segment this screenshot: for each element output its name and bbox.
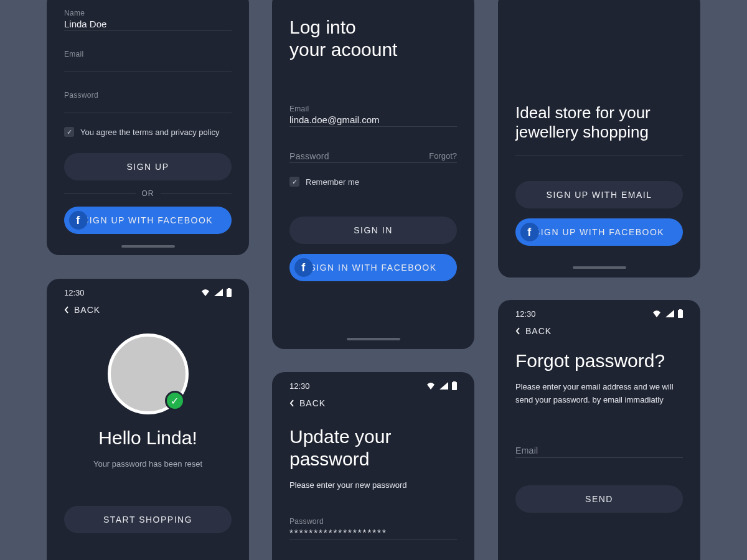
signal-icon (439, 382, 448, 390)
status-time: 12:30 (64, 288, 85, 297)
update-password-card: 12:30 BACK Update your password Please e… (272, 372, 474, 560)
chevron-left-icon (64, 306, 69, 314)
forgot-email-input[interactable]: Email (515, 444, 683, 458)
send-button[interactable]: SEND (515, 485, 683, 513)
login-password-label: Password (289, 151, 329, 161)
update-title: Update your password (289, 426, 457, 470)
forgot-email-field: Email (515, 444, 683, 458)
login-password-input[interactable]: Password Forgot? (289, 149, 457, 163)
login-password-field: Password Forgot? (289, 149, 457, 163)
password-input[interactable] (64, 100, 232, 113)
welcome-card: 12:30 BACK ✓ Hello Linda! Your password … (47, 279, 249, 560)
forgot-link[interactable]: Forgot? (429, 151, 457, 161)
landing-card: Ideal store for your jewellery shopping … (498, 0, 700, 278)
signin-facebook-button[interactable]: f SIGN IN WITH FACEBOOK (289, 254, 457, 281)
remember-checkbox-row[interactable]: ✓ Remember me (289, 177, 457, 187)
update-password-label: Password (289, 517, 457, 526)
facebook-icon: f (294, 258, 313, 277)
email-label: Email (64, 50, 232, 58)
signin-button[interactable]: SIGN IN (289, 217, 457, 244)
signal-icon (214, 289, 223, 296)
status-time: 12:30 (515, 309, 536, 319)
battery-icon (227, 288, 232, 297)
divider (515, 156, 683, 156)
svg-rect-4 (678, 310, 683, 318)
signup-facebook-button[interactable]: f SIGN UP WITH FACEBOOK (64, 207, 232, 234)
back-button[interactable]: BACK (64, 305, 232, 315)
home-indicator (573, 266, 626, 269)
checkbox-icon: ✓ (289, 177, 299, 187)
status-bar: 12:30 (64, 284, 232, 301)
status-time: 12:30 (289, 381, 310, 391)
back-button[interactable]: BACK (289, 398, 457, 408)
battery-icon (678, 309, 683, 318)
email-input[interactable] (64, 58, 232, 72)
update-password-field: Password ******************** (289, 517, 457, 539)
remember-text: Remember me (306, 177, 359, 187)
status-bar: 12:30 (515, 305, 683, 322)
terms-text: You agree the terms and privacy policy (80, 128, 220, 137)
svg-rect-5 (679, 309, 682, 310)
name-input[interactable]: Linda Doe (64, 17, 232, 31)
chevron-left-icon (289, 399, 294, 407)
facebook-icon: f (69, 211, 88, 230)
signal-icon (665, 310, 674, 317)
forgot-password-card: 12:30 BACK Forgot password? Please enter… (498, 300, 700, 560)
login-email-field: Email linda.doe@gmail.com (289, 105, 457, 127)
email-field: Email (64, 50, 232, 72)
update-subtitle: Please enter your new password (289, 479, 457, 492)
or-divider: OR (64, 189, 232, 198)
login-card: Log into your acoount Email linda.doe@gm… (272, 0, 474, 349)
forgot-email-label: Email (515, 446, 538, 455)
update-password-input[interactable]: ******************** (289, 526, 457, 539)
start-shopping-button[interactable]: START SHOPPING (64, 506, 232, 533)
terms-checkbox-row[interactable]: ✓ You agree the terms and privacy policy (64, 127, 232, 137)
home-indicator (121, 245, 175, 248)
svg-rect-2 (452, 382, 457, 390)
svg-rect-1 (228, 288, 230, 289)
name-label: Name (64, 9, 232, 17)
signup-email-button[interactable]: SIGN UP WITH EMAIL (515, 181, 683, 208)
signup-button[interactable]: SIGN UP (64, 153, 232, 180)
wifi-icon (200, 289, 210, 296)
login-email-label: Email (289, 105, 457, 113)
wifi-icon (426, 382, 436, 390)
or-label: OR (142, 189, 154, 198)
name-field: Name Linda Doe (64, 9, 232, 31)
password-field: Password (64, 91, 232, 113)
checkbox-icon: ✓ (64, 127, 74, 137)
success-check-icon: ✓ (165, 391, 185, 411)
facebook-icon: f (520, 223, 539, 241)
landing-facebook-button[interactable]: f SIGN UP WITH FACEBOOK (515, 218, 683, 246)
battery-icon (452, 381, 457, 390)
landing-title: Ideal store for your jewellery shopping (515, 103, 683, 142)
password-label: Password (64, 91, 232, 100)
welcome-title: Hello Linda! (64, 427, 232, 449)
back-button[interactable]: BACK (515, 326, 683, 336)
svg-rect-0 (227, 289, 232, 297)
forgot-subtitle: Please enter your email address and we w… (515, 381, 683, 407)
signup-card: Name Linda Doe Email Password ✓ You agre… (47, 0, 249, 255)
chevron-left-icon (515, 327, 520, 335)
svg-rect-3 (453, 381, 456, 383)
login-email-input[interactable]: linda.doe@gmail.com (289, 113, 457, 127)
login-title: Log into your acoount (289, 16, 457, 61)
status-bar: 12:30 (289, 377, 457, 394)
home-indicator (347, 338, 400, 340)
forgot-title: Forgot password? (515, 350, 683, 372)
wifi-icon (652, 310, 662, 317)
welcome-subtitle: Your password has been reset (64, 458, 232, 471)
avatar: ✓ (108, 334, 189, 414)
